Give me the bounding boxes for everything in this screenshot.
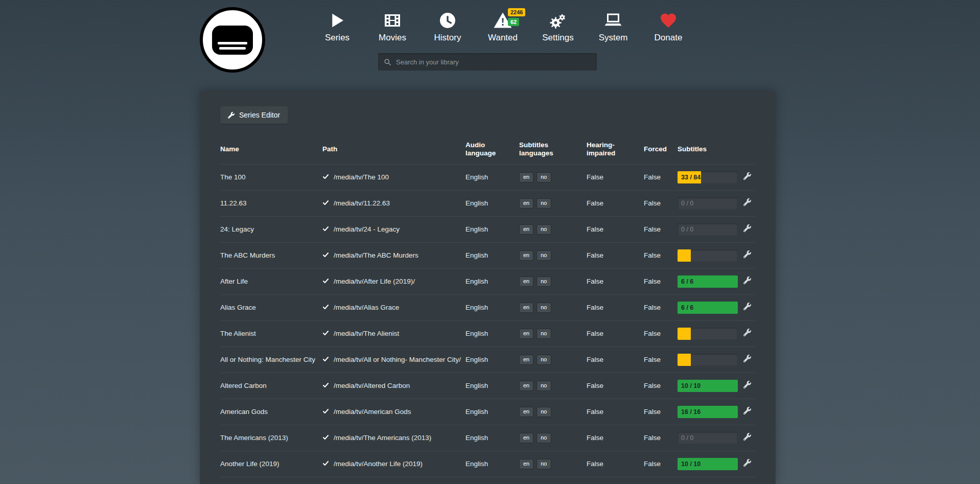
- audio-language-value: English: [465, 217, 519, 243]
- content-panel: Series Editor Name Path Audio language S…: [200, 90, 776, 484]
- forced-value: False: [644, 321, 678, 347]
- nav-label: Settings: [542, 33, 573, 43]
- language-badge: en: [519, 276, 533, 286]
- forced-value: False: [644, 373, 678, 399]
- edit-series-wrench-icon[interactable]: [743, 355, 751, 362]
- series-path-cell: /media/tv/All or Nothing- Manchester Cit…: [322, 347, 465, 373]
- logo-subtitle-line: [218, 42, 247, 44]
- search-input[interactable]: [396, 58, 591, 66]
- series-path: /media/tv/American Gods: [334, 408, 411, 416]
- row-actions-cell: [740, 425, 755, 451]
- series-name-link[interactable]: After Life: [220, 269, 322, 295]
- language-badge: no: [536, 172, 551, 182]
- subtitles-progress-bar: 0 / 0: [678, 197, 738, 210]
- series-name-link[interactable]: The ABC Murders: [220, 243, 322, 269]
- subtitles-progress-cell: 16 / 16: [678, 399, 740, 425]
- row-actions-cell: [740, 399, 755, 425]
- subtitles-progress-bar: 6 / 6: [678, 302, 738, 314]
- language-badge: en: [519, 433, 533, 443]
- series-editor-label: Series Editor: [239, 111, 280, 119]
- audio-language-value: English: [465, 295, 519, 321]
- bazarr-logo[interactable]: [200, 7, 265, 73]
- edit-series-wrench-icon[interactable]: [743, 329, 751, 336]
- series-name-link[interactable]: All or Nothing: Manchester City: [220, 347, 322, 373]
- series-path: /media/tv/11.22.63: [334, 199, 390, 207]
- nav-item-wanted[interactable]: 224662 Wanted: [475, 11, 530, 43]
- path-valid-check-icon: [322, 382, 329, 388]
- subtitles-languages-cell: enno: [519, 191, 587, 217]
- subtitles-progress-bar: 6 / 6: [678, 275, 738, 288]
- series-name-link[interactable]: The Americans (2013): [220, 425, 322, 451]
- subtitles-languages-cell: enno: [519, 321, 587, 347]
- edit-series-wrench-icon[interactable]: [743, 172, 751, 180]
- col-header-subtitles-languages: Subtitles languages: [519, 137, 587, 165]
- series-path: /media/tv/After Life (2019)/: [334, 278, 415, 285]
- series-name-link[interactable]: A.P. Bio: [220, 477, 322, 484]
- series-path-cell: /media/tv/11.22.63: [322, 191, 465, 217]
- hearing-impaired-value: False: [587, 373, 644, 399]
- row-actions-cell: [740, 347, 755, 373]
- series-path: /media/tv/All or Nothing- Manchester Cit…: [334, 356, 461, 363]
- audio-language-value: English: [465, 399, 519, 425]
- series-name-link[interactable]: 24: Legacy: [220, 217, 322, 243]
- hearing-impaired-value: False: [587, 425, 644, 451]
- subtitles-progress-bar: 0 / 0: [678, 223, 738, 236]
- audio-language-value: English: [465, 477, 519, 484]
- path-valid-check-icon: [322, 408, 329, 414]
- subtitles-progress-cell: 0 / 0: [678, 425, 740, 451]
- edit-series-wrench-icon[interactable]: [743, 433, 751, 441]
- series-name-link[interactable]: Alias Grace: [220, 295, 322, 321]
- series-name-link[interactable]: The Alienist: [220, 321, 322, 347]
- edit-series-wrench-icon[interactable]: [743, 276, 751, 284]
- gears-icon: [549, 11, 567, 30]
- forced-value: False: [644, 269, 678, 295]
- subtitles-progress-bar: 10 / 10: [678, 380, 738, 392]
- edit-series-wrench-icon[interactable]: [743, 459, 751, 467]
- edit-series-wrench-icon[interactable]: [743, 224, 751, 232]
- language-badge: en: [519, 250, 533, 260]
- edit-series-wrench-icon[interactable]: [743, 303, 751, 310]
- edit-series-wrench-icon[interactable]: [743, 250, 751, 258]
- forced-value: False: [644, 425, 678, 451]
- subtitles-languages-cell: enno: [519, 451, 587, 477]
- nav-item-movies[interactable]: Movies: [365, 11, 420, 43]
- forced-value: False: [644, 451, 678, 477]
- top-bar: Series Movies History 224662 Wanted: [0, 0, 980, 90]
- nav-item-system[interactable]: System: [586, 11, 641, 43]
- edit-series-wrench-icon[interactable]: [743, 407, 751, 414]
- series-editor-button[interactable]: Series Editor: [220, 106, 288, 124]
- language-badge: no: [536, 250, 551, 260]
- series-path-cell: /media/tv/The ABC Murders: [322, 243, 465, 269]
- edit-series-wrench-icon[interactable]: [743, 381, 751, 388]
- progress-label: 6 / 6: [681, 275, 693, 288]
- edit-series-wrench-icon[interactable]: [743, 198, 751, 206]
- col-header-name: Name: [220, 137, 322, 165]
- language-badge: no: [536, 459, 551, 469]
- path-valid-check-icon: [322, 251, 329, 258]
- nav-item-history[interactable]: History: [420, 11, 475, 43]
- series-name-link[interactable]: 11.22.63: [220, 191, 322, 217]
- progress-label: 10 / 10: [681, 458, 701, 470]
- path-valid-check-icon: [322, 330, 329, 336]
- nav-item-donate[interactable]: Donate: [641, 11, 696, 43]
- subtitles-progress-bar: 10 / 10: [678, 458, 738, 470]
- series-name-link[interactable]: American Gods: [220, 399, 322, 425]
- language-badge: no: [536, 224, 551, 234]
- subtitles-languages-cell: enno: [519, 399, 587, 425]
- series-path-cell: /media/tv/A.P. BIO/: [322, 477, 465, 484]
- subtitles-progress-bar: 0 / 0: [678, 432, 738, 444]
- bazarr-logo-mark: [212, 26, 253, 55]
- series-name-link[interactable]: Another Life (2019): [220, 451, 322, 477]
- nav-item-series[interactable]: Series: [310, 11, 365, 43]
- series-row: 24: Legacy /media/tv/24 - Legacy English…: [220, 217, 755, 243]
- hearing-impaired-value: False: [587, 269, 644, 295]
- hearing-impaired-value: False: [587, 347, 644, 373]
- audio-language-value: English: [465, 425, 519, 451]
- series-name-link[interactable]: The 100: [220, 165, 322, 191]
- forced-value: False: [644, 243, 678, 269]
- series-path: /media/tv/The Alienist: [334, 330, 399, 337]
- series-name-link[interactable]: Altered Carbon: [220, 373, 322, 399]
- search-bar: [378, 53, 597, 71]
- nav-item-settings[interactable]: Settings: [530, 11, 586, 43]
- clock-icon: [438, 11, 457, 30]
